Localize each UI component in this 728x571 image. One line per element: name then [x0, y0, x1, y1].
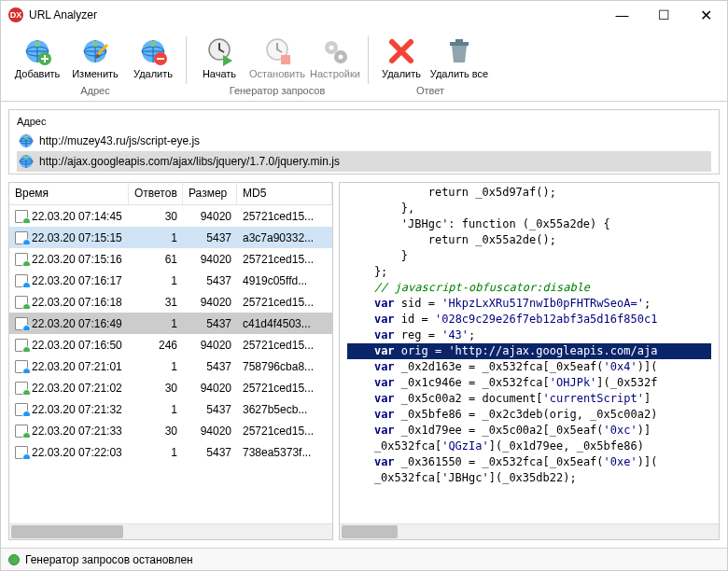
gears-icon [320, 36, 350, 66]
toolbar: ДобавитьИзменитьУдалитьАдресНачатьОстано… [1, 29, 727, 102]
address-row[interactable]: http://ajax.googleapis.com/ajax/libs/jqu… [17, 151, 711, 172]
grid-col-header[interactable]: Ответов [129, 183, 183, 204]
toolbar-trash-button[interactable]: Удалить все [430, 35, 488, 81]
cell-time: 22.03.20 07:16:49 [32, 317, 122, 330]
svg-point-22 [24, 135, 28, 139]
table-row[interactable]: 22.03.20 07:15:1515437a3c7a90332... [9, 227, 332, 248]
table-row[interactable]: 22.03.20 07:15:16619402025721ced15... [9, 248, 332, 270]
document-icon [15, 274, 28, 287]
document-icon [15, 210, 28, 223]
cell-responses: 30 [129, 382, 183, 395]
address-row[interactable]: http://muzey43.ru/js/script-eye.js [17, 131, 711, 151]
code-line: }, [347, 201, 711, 216]
table-row[interactable]: 22.03.20 07:16:18319402025721ced15... [9, 291, 332, 313]
code-line: var _0x5bfe86 = _0x2c3deb(orig, _0x5c00a… [347, 407, 711, 423]
svg-rect-13 [281, 55, 290, 64]
cell-time: 22.03.20 07:21:02 [32, 382, 122, 395]
toolbar-globe-edit-button[interactable]: Изменить [66, 35, 124, 81]
table-row[interactable]: 22.03.20 07:21:32154373627b5ecb... [9, 398, 332, 420]
minimize-button[interactable]: — [601, 1, 643, 29]
table-row[interactable]: 22.03.20 07:21:33309402025721ced15... [9, 420, 332, 441]
grid-body[interactable]: 22.03.20 07:14:45309402025721ced15...22.… [9, 205, 332, 523]
cell-time: 22.03.20 07:15:16 [32, 253, 122, 266]
cell-size: 94020 [183, 210, 237, 223]
grid-col-header[interactable]: MD5 [237, 183, 332, 204]
grid-header: ВремяОтветовРазмерMD5 [9, 183, 332, 205]
table-row[interactable]: 22.03.20 07:21:0115437758796cba8... [9, 355, 332, 377]
maximize-button[interactable]: ☐ [643, 1, 685, 29]
cell-responses: 1 [129, 446, 183, 459]
cell-size: 5437 [183, 274, 237, 287]
toolbar-group-label: Адрес [8, 84, 182, 101]
code-line: 'JBHgc': function (_0x55a2de) { [347, 216, 711, 232]
code-line: var orig = 'http://ajax.googleapis.com/a… [347, 343, 711, 359]
toolbar-button-label: Остановить [249, 68, 305, 79]
toolbar-button-label: Удалить [133, 68, 173, 79]
grid-hscroll[interactable] [9, 523, 332, 539]
cell-md5: 25721ced15... [237, 382, 332, 395]
toolbar-button-label: Начать [203, 68, 236, 79]
address-url: http://ajax.googleapis.com/ajax/libs/jqu… [39, 155, 340, 168]
clock-play-icon [204, 36, 234, 66]
table-row[interactable]: 22.03.20 07:14:45309402025721ced15... [9, 205, 332, 227]
toolbar-globe-plus-button[interactable]: Добавить [8, 35, 66, 81]
address-title: Адрес [17, 116, 711, 127]
code-hscroll[interactable] [340, 523, 719, 539]
cell-md5: 738ea5373f... [237, 446, 332, 459]
grid-col-header[interactable]: Время [9, 183, 129, 204]
toolbar-button-label: Изменить [72, 68, 119, 79]
grid-col-header[interactable]: Размер [183, 183, 237, 204]
code-line: var id = '028c9c29e26f7eb12abf3a5d16f850… [347, 312, 711, 327]
response-grid-pane: ВремяОтветовРазмерMD5 22.03.20 07:14:453… [8, 182, 333, 540]
table-row[interactable]: 22.03.20 07:16:502469402025721ced15... [9, 334, 332, 355]
table-row[interactable]: 22.03.20 07:16:17154374919c05ffd... [9, 270, 332, 291]
table-row[interactable]: 22.03.20 07:21:02309402025721ced15... [9, 377, 332, 398]
code-line: } [347, 248, 711, 264]
document-icon [15, 425, 28, 438]
cell-responses: 30 [129, 425, 183, 438]
cell-md5: a3c7a90332... [237, 231, 332, 244]
svg-point-9 [150, 41, 156, 47]
cell-md5: 25721ced15... [237, 296, 332, 309]
code-line: var _0x1d79ee = _0x5c00a2[_0x5eaf('0xc')… [347, 423, 711, 439]
cell-md5: 25721ced15... [237, 425, 332, 438]
cell-size: 5437 [183, 231, 237, 244]
toolbar-delete-x-button[interactable]: Удалить [372, 35, 430, 81]
cell-md5: c41d4f4503... [237, 317, 332, 330]
document-icon [15, 231, 28, 244]
address-url: http://muzey43.ru/js/script-eye.js [39, 134, 200, 147]
svg-point-25 [24, 156, 28, 160]
cell-size: 5437 [183, 360, 237, 373]
cell-time: 22.03.20 07:16:50 [32, 339, 122, 352]
status-indicator-icon [8, 554, 20, 565]
cell-md5: 25721ced15... [237, 210, 332, 223]
document-icon [15, 403, 28, 416]
globe-icon [19, 154, 34, 169]
cell-size: 94020 [183, 253, 237, 266]
toolbar-group-label: Генератор запросов [190, 84, 364, 101]
close-button[interactable]: ✕ [685, 1, 727, 29]
svg-point-2 [35, 41, 40, 47]
cell-responses: 1 [129, 231, 183, 244]
table-row[interactable]: 22.03.20 07:16:4915437c41d4f4503... [9, 313, 332, 334]
document-icon [15, 296, 28, 309]
cell-size: 94020 [183, 425, 237, 438]
table-row[interactable]: 22.03.20 07:22:0315437738ea5373f... [9, 441, 332, 463]
globe-plus-icon [22, 36, 52, 66]
toolbar-button-label: Добавить [15, 68, 61, 79]
cell-time: 22.03.20 07:16:18 [32, 296, 122, 309]
code-line: var reg = '43'; [347, 327, 711, 343]
code-line: }; [347, 264, 711, 280]
document-icon [15, 382, 28, 395]
cell-time: 22.03.20 07:21:01 [32, 360, 122, 373]
code-line: var sid = 'HkpzLxXRu517nwIb0pFHTRwSeoA='… [347, 296, 711, 312]
code-line: var _0x361550 = _0x532fca[_0x5eaf('0xe')… [347, 454, 711, 470]
code-view[interactable]: return _0x5d97af(); }, 'JBHgc': function… [340, 183, 719, 523]
cell-time: 22.03.20 07:14:45 [32, 210, 122, 223]
toolbar-globe-remove-button[interactable]: Удалить [124, 35, 182, 81]
cell-time: 22.03.20 07:16:17 [32, 274, 122, 287]
delete-x-icon [386, 36, 416, 66]
code-line: _0x532fca['JBHgc'](_0x35db22); [347, 470, 711, 486]
svg-point-17 [339, 55, 343, 60]
toolbar-clock-play-button[interactable]: Начать [190, 35, 248, 81]
